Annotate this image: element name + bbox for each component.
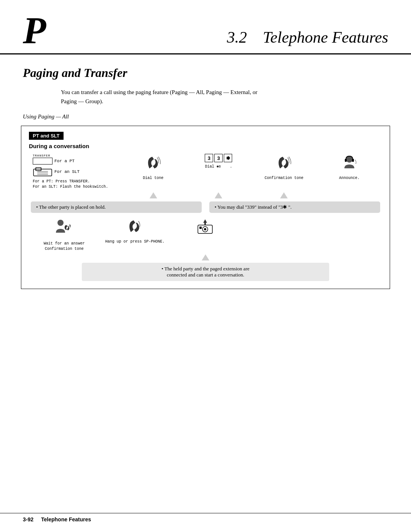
svg-rect-7 [345,159,347,162]
dial-keys: 3 3 ✱ [205,154,232,162]
page-footer: 3-92 Telephone Features [0,513,411,522]
svg-point-12 [204,228,206,230]
step-4-confirmation: Confirmation tone [251,154,317,181]
person-phone-icon [53,217,76,240]
handset-icon-2 [274,154,293,174]
header-title: 3.2 Telephone Features [227,28,388,50]
svg-rect-13 [199,227,202,229]
page-header: P 3.2 Telephone Features [0,0,411,54]
svg-rect-8 [352,159,354,162]
during-label: During a conversation [29,143,382,149]
svg-point-9 [57,220,64,226]
svg-marker-14 [203,219,207,223]
step-1-transfer: TRANSFER For a PT For an SLT [29,154,121,190]
key-star: ✱ [224,154,232,162]
handset-icon-1 [144,154,163,174]
footer-page: 3-92 [23,516,33,522]
header-letter: P [23,11,46,50]
handset-icon-3 [125,217,144,238]
step-6-wait: Wait for an answerConfirmation tone [29,217,100,252]
sp-phone-icon [195,217,216,238]
step-5-announce: Announce. [317,154,382,181]
svg-rect-0 [33,169,52,176]
step-row-2: Wait for an answerConfirmation tone Hang… [29,217,382,252]
key-3a: 3 [205,154,213,162]
bullet-row-1: • The other party is placed on hold. • Y… [29,201,382,213]
step-2-dialtone: Dial tone [121,154,186,181]
final-bullet: • The held party and the paged extension… [82,263,329,281]
step-8-spphone [170,217,241,238]
page-title: Paging and Transfer [0,62,411,86]
pt-slt-badge: PT and SLT [29,132,64,140]
step-row-1: TRANSFER For a PT For an SLT [29,154,382,190]
diagram-box: PT and SLT During a conversation TRANSFE… [21,126,390,289]
footer-title: Telephone Features [41,516,91,522]
step-7-hangup: Hang up or press SP-PHONE. [100,217,170,244]
arrows-row [29,190,382,198]
bullet-hold: • The other party is placed on hold. [31,201,202,213]
bullet-alt-dial: • You may dial "339" instead of "3✱ ". [209,201,380,213]
step-3-dialkeys: 3 3 ✱ Dial ✱8 . [186,154,251,169]
arrows-row-2 [29,252,382,260]
section-heading: Using Paging — All [0,108,411,124]
slt-phone-icon [33,166,53,177]
person-icon [340,154,359,174]
body-text: You can transfer a call using the paging… [0,86,411,108]
key-3b: 3 [214,154,223,162]
svg-rect-15 [204,223,206,225]
